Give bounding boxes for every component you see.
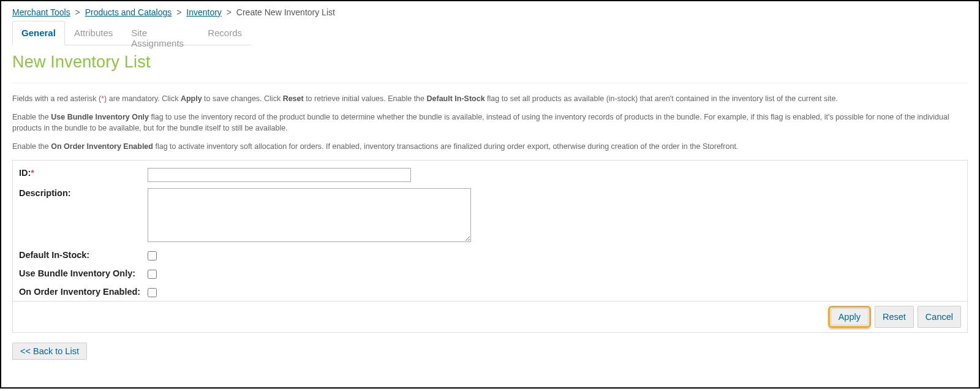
form-row-use-bundle: Use Bundle Inventory Only:: [13, 264, 967, 283]
required-asterisk-icon: *: [31, 168, 34, 178]
breadcrumb-link-merchant-tools[interactable]: Merchant Tools: [12, 7, 70, 17]
apply-highlight: Apply: [828, 306, 871, 328]
description-label: Description:: [19, 188, 148, 244]
label-text: ID:: [19, 168, 31, 178]
help-text: Enable the: [12, 113, 51, 121]
help-text: flag to activate inventory soft allocati…: [153, 142, 738, 151]
help-text: flag to set all products as available (i…: [485, 94, 838, 103]
tab-records[interactable]: Records: [198, 21, 251, 45]
use-bundle-checkbox[interactable]: [148, 270, 157, 279]
page-title: New Inventory List: [12, 53, 968, 72]
form-row-on-order: On Order Inventory Enabled:: [13, 283, 967, 301]
form-row-id: ID:*: [13, 161, 967, 184]
on-order-checkbox[interactable]: [148, 288, 157, 297]
cancel-button[interactable]: Cancel: [918, 306, 961, 328]
description-textarea[interactable]: [148, 188, 471, 242]
form-actions: Apply Reset Cancel: [13, 301, 967, 332]
default-in-stock-label: Default In-Stock:: [19, 250, 148, 262]
help-text: ) are mandatory. Click: [104, 94, 181, 103]
breadcrumb-sep: >: [75, 7, 80, 17]
help-strong: On Order Inventory Enabled: [51, 142, 153, 151]
breadcrumb-current: Create New Inventory List: [236, 7, 335, 17]
help-strong: Reset: [283, 94, 304, 103]
breadcrumb-sep: >: [176, 7, 181, 17]
apply-button[interactable]: Apply: [831, 308, 869, 325]
help-text: Enable the: [12, 142, 51, 151]
tab-site-assignments[interactable]: Site Assignments: [122, 21, 198, 45]
id-input[interactable]: [148, 168, 411, 182]
help-text: flag to use the inventory record of the …: [12, 113, 949, 132]
breadcrumb-sep: >: [227, 7, 232, 17]
use-bundle-label: Use Bundle Inventory Only:: [19, 268, 148, 281]
help-text: to save changes. Click: [202, 94, 283, 103]
help-text: to retrieve initial values. Enable the: [304, 94, 427, 103]
help-strong: Apply: [181, 94, 202, 103]
breadcrumb-link-products-catalogs[interactable]: Products and Catalogs: [85, 7, 172, 17]
help-text-1: Fields with a red asterisk (*) are manda…: [12, 93, 968, 104]
id-label: ID:*: [19, 168, 148, 182]
page-frame: Merchant Tools > Products and Catalogs >…: [0, 0, 980, 389]
reset-button[interactable]: Reset: [875, 306, 914, 328]
breadcrumb: Merchant Tools > Products and Catalogs >…: [12, 7, 968, 17]
help-text: Fields with a red asterisk (: [12, 94, 101, 103]
help-text-3: Enable the On Order Inventory Enabled fl…: [12, 141, 968, 152]
help-text-2: Enable the Use Bundle Inventory Only fla…: [12, 112, 968, 134]
tab-attributes[interactable]: Attributes: [65, 21, 122, 45]
breadcrumb-link-inventory[interactable]: Inventory: [186, 7, 222, 17]
form-row-description: Description:: [13, 184, 967, 246]
on-order-label: On Order Inventory Enabled:: [19, 287, 148, 299]
help-strong: Default In-Stock: [426, 94, 484, 103]
form-row-default-in-stock: Default In-Stock:: [13, 246, 967, 264]
tab-general[interactable]: General: [12, 21, 65, 45]
form-container: ID:* Description: Default In-Stock: Use …: [12, 160, 968, 333]
divider: [12, 83, 968, 83]
back-to-list-button[interactable]: << Back to List: [12, 343, 87, 360]
help-strong: Use Bundle Inventory Only: [51, 113, 149, 121]
tab-bar: General Attributes Site Assignments Reco…: [12, 21, 251, 45]
default-in-stock-checkbox[interactable]: [148, 251, 157, 260]
